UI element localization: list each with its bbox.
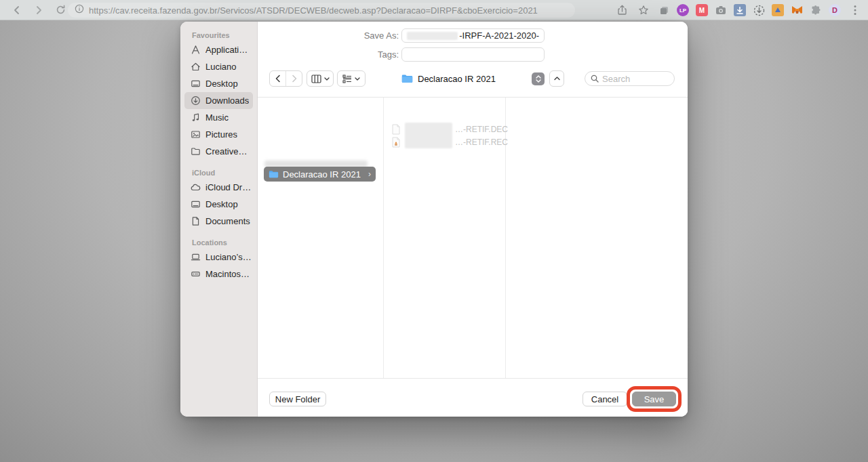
applications-icon xyxy=(191,45,201,55)
new-folder-button[interactable]: New Folder xyxy=(269,392,326,406)
group-view-icon xyxy=(342,75,352,83)
url-text: https://cav.receita.fazenda.gov.br/Servi… xyxy=(89,5,538,16)
path-stepper-icon xyxy=(532,72,545,85)
dialog-footer: New Folder Cancel Save xyxy=(258,378,688,417)
chevron-down-icon xyxy=(324,77,330,81)
sidebar-section-title: iCloud xyxy=(180,169,257,177)
home-icon xyxy=(191,62,201,72)
save-as-value: -IRPF-A-2021-2020- xyxy=(459,30,539,41)
music-icon xyxy=(191,112,201,123)
harddrive-icon xyxy=(191,269,201,279)
sidebar-section-title: Locations xyxy=(180,238,257,247)
nav-button-group xyxy=(269,70,302,87)
share-icon[interactable] xyxy=(614,3,629,18)
file-browser: Declaracao IR 2021 › …-RETIF.DEC …-RETIF… xyxy=(258,98,688,378)
sidebar-item-macintosh-hd[interactable]: Macintos… xyxy=(184,266,253,282)
cancel-button[interactable]: Cancel xyxy=(583,392,627,406)
back-icon[interactable] xyxy=(9,3,24,18)
sidebar-item-music[interactable]: Music xyxy=(184,109,253,126)
puzzle-extensions-icon[interactable] xyxy=(810,4,822,16)
download-square-extension-icon[interactable] xyxy=(734,4,746,16)
forward-button[interactable] xyxy=(285,71,302,86)
wallet-extension-icon[interactable] xyxy=(772,4,784,16)
sidebar-item-creative[interactable]: Creative… xyxy=(184,143,253,160)
search-field[interactable] xyxy=(585,71,675,86)
column-view-button[interactable] xyxy=(307,70,334,87)
laptop-icon xyxy=(191,252,201,262)
chevron-up-icon xyxy=(554,77,560,81)
save-as-label: Save As: xyxy=(351,30,399,41)
sidebar-item-lucianos-macbook[interactable]: Luciano’s… xyxy=(184,249,253,266)
browser-menu-icon[interactable] xyxy=(848,3,863,18)
document-file-icon xyxy=(391,124,401,135)
downloads-icon xyxy=(191,96,201,106)
selected-folder-row[interactable]: Declaracao IR 2021 › xyxy=(264,167,376,182)
address-bar[interactable]: https://cav.receita.fazenda.gov.br/Servi… xyxy=(68,3,575,18)
document-icon xyxy=(191,216,201,226)
back-button[interactable] xyxy=(270,71,285,86)
file-row-dec[interactable]: …-RETIF.DEC xyxy=(391,124,508,135)
cloud-icon xyxy=(191,182,201,192)
document-rec-file-icon xyxy=(391,137,401,148)
lp-extension-icon[interactable]: LP xyxy=(677,4,689,16)
path-dropdown-label: Declaracao IR 2021 xyxy=(418,74,496,84)
finder-sidebar: Favourites Applicati… Luciano Desktop Do… xyxy=(180,22,258,417)
dialog-main: Save As: -IRPF-A-2021-2020- Tags: xyxy=(258,22,688,417)
folder-icon xyxy=(191,146,201,156)
sidebar-item-documents[interactable]: Documents xyxy=(184,213,253,230)
group-view-button[interactable] xyxy=(337,70,366,87)
file-name: …-RETIF.REC xyxy=(455,138,508,147)
sidebar-item-icloud-drive[interactable]: iCloud Dri… xyxy=(184,179,253,196)
sidebar-item-downloads[interactable]: Downloads xyxy=(184,92,253,109)
sidebar-item-luciano-home[interactable]: Luciano xyxy=(184,58,253,75)
sidebar-item-pictures[interactable]: Pictures xyxy=(184,126,253,143)
sidebar-section-title: Favourites xyxy=(180,31,257,39)
tags-field[interactable] xyxy=(401,47,545,62)
sidebar-item-applications[interactable]: Applicati… xyxy=(184,41,253,58)
save-dialog: Favourites Applicati… Luciano Desktop Do… xyxy=(180,22,688,417)
column-divider xyxy=(383,98,384,378)
bookmark-star-icon[interactable] xyxy=(636,3,651,18)
blue-folder-icon xyxy=(401,74,413,83)
site-info-icon[interactable] xyxy=(75,4,84,16)
column-view-icon xyxy=(311,75,321,83)
m-extension-icon[interactable]: M xyxy=(696,4,708,16)
path-dropdown[interactable]: Declaracao IR 2021 xyxy=(401,70,545,87)
camera-extension-icon[interactable] xyxy=(715,4,727,16)
tags-label: Tags: xyxy=(351,49,399,60)
sidebar-item-icloud-desktop[interactable]: Desktop xyxy=(184,196,253,213)
desktop-icon xyxy=(191,79,201,89)
selected-folder-label: Declaracao IR 2021 xyxy=(283,169,361,180)
download-circle-extension-icon[interactable] xyxy=(753,4,765,16)
chevron-right-icon: › xyxy=(368,169,371,179)
save-button[interactable]: Save xyxy=(632,392,676,406)
search-icon xyxy=(591,75,599,83)
blue-folder-icon xyxy=(269,170,279,178)
file-name: …-RETIF.DEC xyxy=(455,125,508,134)
screen: https://cav.receita.fazenda.gov.br/Servi… xyxy=(0,0,868,462)
forward-icon[interactable] xyxy=(31,3,46,18)
sidebar-item-desktop[interactable]: Desktop xyxy=(184,75,253,92)
desktop-icon xyxy=(191,199,201,209)
pages-extension-icon[interactable] xyxy=(658,4,670,16)
reload-icon[interactable] xyxy=(53,3,68,18)
search-input[interactable] xyxy=(602,74,665,84)
metamask-extension-icon[interactable] xyxy=(791,4,803,16)
file-row-rec[interactable]: …-RETIF.REC xyxy=(391,137,508,148)
pictures-icon xyxy=(191,129,201,140)
chevron-down-icon xyxy=(355,77,360,81)
save-as-field[interactable]: -IRPF-A-2021-2020- xyxy=(401,28,545,43)
profile-avatar[interactable]: D xyxy=(829,4,841,16)
redacted-filename-prefix xyxy=(407,32,458,40)
browser-toolbar: https://cav.receita.fazenda.gov.br/Servi… xyxy=(0,0,868,20)
collapse-dialog-button[interactable] xyxy=(549,70,564,87)
